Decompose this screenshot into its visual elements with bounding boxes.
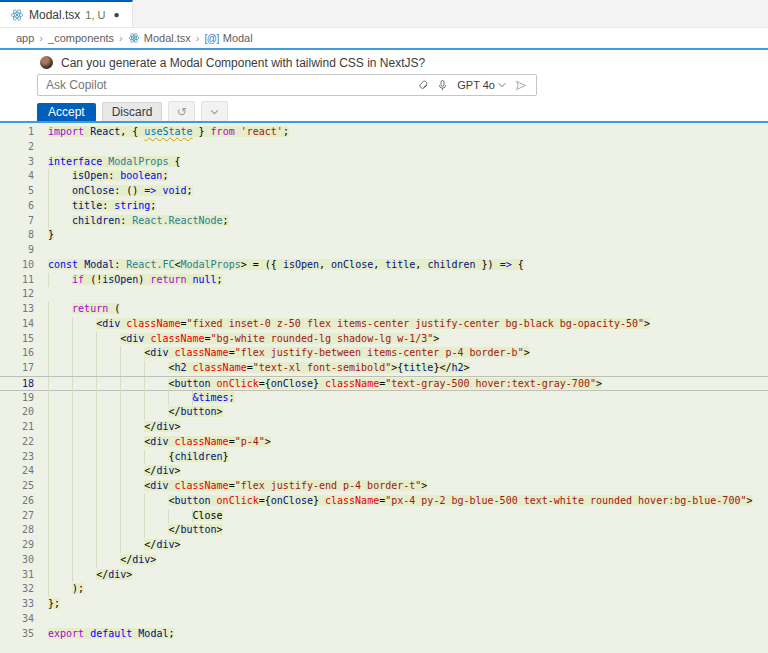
code-line[interactable]: 20</button>	[0, 405, 768, 420]
code-line[interactable]: 4isOpen: boolean;	[0, 169, 768, 184]
line-number[interactable]: 11	[0, 273, 34, 288]
code-line[interactable]: 15<div className="bg-white rounded-lg sh…	[0, 332, 768, 347]
line-number[interactable]: 25	[0, 479, 34, 494]
code-token: className	[325, 495, 379, 506]
line-number[interactable]: 8	[0, 228, 34, 243]
line-number[interactable]: 12	[0, 287, 34, 302]
code-token: >	[265, 436, 271, 447]
code-line[interactable]: 14<div className="fixed inset-0 z-50 fle…	[0, 317, 768, 332]
inserted-code-span: interface ModalProps {	[48, 156, 180, 167]
code-line[interactable]: 29</div>	[0, 538, 768, 553]
chat-actions-row: Accept Discard ↺	[37, 101, 768, 123]
line-number[interactable]: 14	[0, 317, 34, 332]
line-number[interactable]: 4	[0, 169, 34, 184]
indent-guides	[48, 199, 72, 214]
code-line[interactable]: 22<div className="p-4">	[0, 435, 768, 450]
code-line[interactable]: 32);	[0, 582, 768, 597]
code-line[interactable]: 12	[0, 287, 768, 302]
accept-button[interactable]: Accept	[37, 103, 96, 122]
code-line[interactable]: 17<h2 className="text-xl font-semibold">…	[0, 361, 768, 376]
line-number[interactable]: 5	[0, 184, 34, 199]
breadcrumb-item-components[interactable]: _components	[48, 32, 114, 44]
line-number[interactable]: 20	[0, 405, 34, 420]
code-token: </	[144, 539, 156, 550]
code-area[interactable]: 1import React, { useState } from 'react'…	[0, 123, 768, 653]
breadcrumb-item-app[interactable]: app	[16, 32, 34, 44]
indent-guides	[48, 169, 72, 184]
line-number[interactable]: 6	[0, 199, 34, 214]
code-line[interactable]: 13return (	[0, 302, 768, 317]
code-line[interactable]: 25<div className="flex justify-end p-4 b…	[0, 479, 768, 494]
line-number[interactable]: 28	[0, 523, 34, 538]
line-number[interactable]: 29	[0, 538, 34, 553]
line-number[interactable]: 19	[0, 391, 34, 406]
code-line[interactable]: 26<button onClick={onClose} className="p…	[0, 494, 768, 509]
send-icon[interactable]	[511, 76, 530, 94]
line-number[interactable]: 27	[0, 509, 34, 524]
code-token: )	[138, 274, 150, 285]
code-line[interactable]: 10const Modal: React.FC<ModalProps> = ({…	[0, 258, 768, 273]
line-number[interactable]: 33	[0, 597, 34, 612]
more-actions-dropdown[interactable]	[201, 101, 228, 123]
discard-button[interactable]: Discard	[102, 102, 163, 123]
tab-modal-tsx[interactable]: Modal.tsx 1, U ●	[0, 0, 133, 27]
breadcrumb-item-modal-symbol[interactable]: [@] Modal	[205, 32, 253, 44]
line-number[interactable]: 26	[0, 494, 34, 509]
line-number[interactable]: 31	[0, 568, 34, 583]
line-number[interactable]: 1	[0, 125, 34, 140]
code-line[interactable]: 28</button>	[0, 523, 768, 538]
code-token: className	[150, 333, 204, 344]
copilot-input[interactable]	[38, 78, 414, 92]
line-number[interactable]: 23	[0, 450, 34, 465]
code-line[interactable]: 7children: React.ReactNode;	[0, 214, 768, 229]
code-line[interactable]: 30</div>	[0, 553, 768, 568]
line-number[interactable]: 24	[0, 464, 34, 479]
code-line[interactable]: 9	[0, 243, 768, 258]
code-line[interactable]: 5onClose: () => void;	[0, 184, 768, 199]
code-line[interactable]: 1import React, { useState } from 'react'…	[0, 125, 768, 140]
code-line[interactable]: 24</div>	[0, 464, 768, 479]
line-number[interactable]: 21	[0, 420, 34, 435]
code-line[interactable]: 34	[0, 612, 768, 627]
line-number[interactable]: 35	[0, 627, 34, 642]
code-line[interactable]: 11if (!isOpen) return null;	[0, 273, 768, 288]
code-token: button	[180, 524, 216, 535]
modified-dot-icon[interactable]: ●	[114, 10, 120, 20]
line-number[interactable]: 17	[0, 361, 34, 376]
code-line[interactable]: 6title: string;	[0, 199, 768, 214]
code-token: );	[72, 583, 84, 594]
code-token: >	[126, 569, 132, 580]
line-number[interactable]: 2	[0, 140, 34, 155]
line-number[interactable]: 13	[0, 302, 34, 317]
line-number[interactable]: 22	[0, 435, 34, 450]
code-line[interactable]: 33};	[0, 597, 768, 612]
rerun-icon[interactable]: ↺	[168, 101, 195, 123]
code-line[interactable]: 23{children}	[0, 450, 768, 465]
code-line[interactable]: 18<button onClick={onClose} className="t…	[0, 376, 768, 391]
code-line[interactable]: 3interface ModalProps {	[0, 155, 768, 170]
line-number[interactable]: 16	[0, 346, 34, 361]
breadcrumb-item-modal-tsx[interactable]: Modal.tsx	[128, 32, 191, 44]
line-number[interactable]: 30	[0, 553, 34, 568]
model-picker[interactable]: GPT 4o	[457, 79, 506, 91]
code-line[interactable]: 8}	[0, 228, 768, 243]
code-line[interactable]: 31</div>	[0, 568, 768, 583]
code-line[interactable]: 16<div className="flex justify-between i…	[0, 346, 768, 361]
code-line[interactable]: 21</div>	[0, 420, 768, 435]
code-line[interactable]: 2	[0, 140, 768, 155]
line-number[interactable]: 9	[0, 243, 34, 258]
code-line[interactable]: 27Close	[0, 509, 768, 524]
line-number[interactable]: 15	[0, 332, 34, 347]
attach-icon[interactable]	[414, 76, 433, 94]
line-number[interactable]: 10	[0, 258, 34, 273]
indent-guides	[48, 302, 72, 317]
code-token: React.ReactNode	[132, 215, 222, 226]
line-number[interactable]: 18	[0, 377, 34, 392]
line-number[interactable]: 7	[0, 214, 34, 229]
code-line[interactable]: 35export default Modal;	[0, 627, 768, 642]
code-line[interactable]: 19&times;	[0, 391, 768, 406]
line-number[interactable]: 32	[0, 582, 34, 597]
line-number[interactable]: 34	[0, 612, 34, 627]
line-number[interactable]: 3	[0, 155, 34, 170]
mic-icon[interactable]	[433, 76, 452, 94]
